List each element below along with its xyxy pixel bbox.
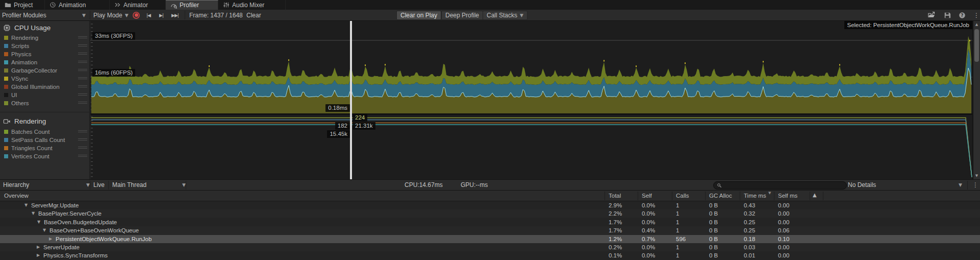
table-row[interactable]: ▼BaseOven.BudgetedUpdate1.7%0.0%10 B0.25…: [0, 218, 980, 226]
chevron-collapsed-icon[interactable]: ▶: [37, 243, 40, 251]
chevron-expanded-icon[interactable]: ▼: [32, 209, 35, 218]
cell-calls: 1: [676, 251, 679, 259]
sample-name: BaseOven+BaseOvenWorkQueue: [49, 226, 139, 234]
column-header-gc-alloc[interactable]: GC Alloc: [709, 193, 732, 199]
cell-gc-alloc: 0 B: [709, 243, 718, 251]
sample-name: Physics.SyncTransforms: [43, 251, 108, 259]
selected-frame-vertices-value: 15.45k: [327, 130, 350, 138]
scrollbar-thumb[interactable]: [974, 29, 979, 62]
chevron-expanded-icon[interactable]: ▼: [24, 201, 28, 209]
cell-calls: 1: [676, 226, 679, 234]
details-dropdown[interactable]: No Details ▼: [848, 180, 963, 190]
thread-label: Main Thread: [112, 181, 146, 188]
sort-ascending-icon[interactable]: ▲: [813, 192, 817, 198]
cell-self: 0.0%: [642, 209, 655, 218]
selected-sample-banner: Selected: PersistentObjectWorkQueue.RunJ…: [844, 21, 973, 29]
cell-time-ms: 0.25: [744, 218, 755, 226]
hierarchy-table: ▼ServerMgr.Update2.9%0.0%10 B0.430.00▼Ba…: [0, 201, 980, 260]
chevron-down-icon: ▼: [959, 182, 962, 187]
column-divider: [638, 192, 638, 200]
cell-time-ms: 0.32: [744, 209, 755, 218]
sample-name: BaseOven.BudgetedUpdate: [44, 218, 117, 226]
hierarchy-toolbar: Hierarchy ▼ Live Main Thread ▼ CPU:14.67…: [0, 179, 980, 191]
column-header-calls[interactable]: Calls: [676, 193, 689, 199]
cell-gc-alloc: 0 B: [709, 201, 718, 209]
cell-self-ms: 0.06: [778, 226, 789, 234]
sample-name: ServerMgr.Update: [31, 201, 79, 209]
search-icon: [717, 183, 722, 188]
cpu-time-readout: CPU:14.67ms: [405, 180, 443, 190]
chevron-collapsed-icon[interactable]: ▶: [49, 235, 52, 243]
hierarchy-view-label: Hierarchy: [3, 181, 29, 188]
cell-self-ms: 0.00: [778, 251, 789, 259]
kebab-menu-icon[interactable]: ⋮: [972, 180, 978, 190]
table-row[interactable]: ▼ServerMgr.Update2.9%0.0%10 B0.430.00: [0, 201, 980, 209]
cell-self: 0.0%: [642, 218, 655, 226]
divider: [90, 181, 90, 190]
cell-calls: 1: [676, 243, 679, 251]
divider: [967, 181, 968, 190]
live-toggle[interactable]: Live: [93, 180, 105, 190]
cell-time-ms: 0.01: [744, 251, 755, 259]
cell-calls: 1: [676, 218, 679, 226]
column-header-self-ms[interactable]: Self ms: [778, 193, 797, 199]
selected-frame-triangles-value: 21.31k: [353, 122, 375, 130]
cell-gc-alloc: 0 B: [709, 251, 718, 259]
cell-gc-alloc: 0 B: [709, 235, 718, 243]
details-label: No Details: [848, 181, 876, 188]
cell-gc-alloc: 0 B: [709, 226, 718, 234]
column-header-overview[interactable]: Overview: [4, 193, 29, 199]
hierarchy-view-dropdown[interactable]: Hierarchy ▼: [3, 180, 90, 190]
gridline-label-60fps: 16ms (60FPS): [92, 69, 135, 77]
column-header-total[interactable]: Total: [609, 193, 621, 199]
search-field[interactable]: [713, 181, 847, 190]
column-header-self[interactable]: Self: [642, 193, 652, 199]
sample-name: ServerUpdate: [43, 243, 80, 251]
scroll-up-icon[interactable]: ▲: [973, 22, 980, 27]
column-divider: [605, 192, 605, 200]
sample-name: PersistentObjectWorkQueue.RunJob: [56, 235, 152, 243]
gpu-time-readout: GPU:--ms: [461, 180, 488, 190]
selected-frame-batches-value: 224: [353, 114, 367, 122]
time-filter-chevron-icon[interactable]: ▼: [768, 191, 771, 195]
cell-total: 0.2%: [609, 243, 622, 251]
column-header-time-ms[interactable]: Time ms: [744, 193, 766, 199]
chevron-expanded-icon[interactable]: ▼: [37, 218, 40, 226]
table-row[interactable]: ▼BaseOven+BaseOvenWorkQueue1.7%0.4%10 B0…: [0, 226, 980, 234]
selected-frame-cpu-value: 0.18ms: [325, 104, 350, 112]
search-input[interactable]: [724, 182, 838, 189]
chevron-down-icon: ▼: [86, 182, 90, 187]
cell-total: 0.1%: [609, 251, 622, 259]
table-row[interactable]: ▼BasePlayer.ServerCycle2.2%0.0%10 B0.320…: [0, 209, 980, 218]
cell-time-ms: 0.25: [744, 226, 755, 234]
cell-gc-alloc: 0 B: [709, 209, 718, 218]
cell-time-ms: 0.43: [744, 201, 755, 209]
cell-calls: 1: [676, 209, 679, 218]
divider: [108, 181, 109, 190]
cell-gc-alloc: 0 B: [709, 218, 718, 226]
chevron-expanded-icon[interactable]: ▼: [43, 226, 46, 234]
unity-profiler-window: ProjectAnimationAnimatorProfilerAudio Mi…: [0, 0, 980, 260]
chart-scrollbar[interactable]: ▲ ▼: [973, 21, 980, 179]
cell-total: 2.9%: [609, 201, 622, 209]
cell-self: 0.0%: [642, 251, 655, 259]
divider: [186, 181, 186, 190]
thread-dropdown[interactable]: Main Thread ▼: [112, 180, 186, 190]
cell-self-ms: 0.00: [778, 243, 789, 251]
cell-time-ms: 0.03: [744, 243, 755, 251]
column-divider: [705, 192, 706, 200]
cell-self-ms: 0.00: [778, 209, 789, 218]
column-divider: [740, 192, 740, 200]
hierarchy-table-header: Overview ▼ ▲ TotalSelfCallsGC AllocTime …: [0, 191, 980, 201]
sample-name: BasePlayer.ServerCycle: [38, 209, 102, 218]
cell-self: 0.0%: [642, 201, 655, 209]
table-row[interactable]: ▶ServerUpdate0.2%0.0%10 B0.030.00: [0, 243, 980, 251]
table-row[interactable]: ▶Physics.SyncTransforms0.1%0.0%10 B0.010…: [0, 251, 980, 259]
chevron-collapsed-icon[interactable]: ▶: [37, 251, 40, 259]
scroll-down-icon[interactable]: ▼: [973, 174, 980, 178]
cell-total: 1.7%: [609, 226, 622, 234]
cell-total: 1.2%: [609, 235, 622, 243]
table-row[interactable]: ▶PersistentObjectWorkQueue.RunJob1.2%0.7…: [0, 235, 980, 243]
gridline-label-30fps: 33ms (30FPS): [92, 32, 135, 40]
frame-selection-line[interactable]: [350, 21, 352, 179]
